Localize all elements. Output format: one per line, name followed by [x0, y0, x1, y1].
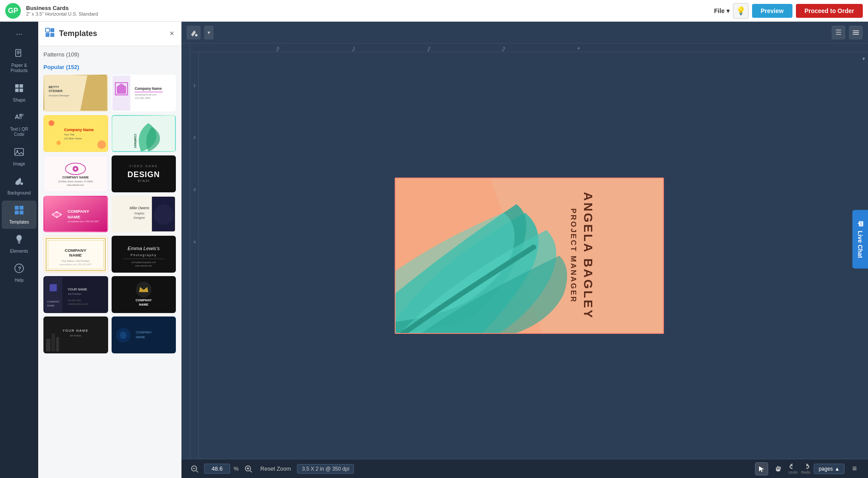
zoom-value-input[interactable]: [204, 464, 230, 474]
svg-rect-5: [20, 84, 23, 88]
svg-text:COMPANY: COMPANY: [65, 248, 86, 253]
svg-text:123-456-7890: 123-456-7890: [68, 300, 81, 302]
pages-button[interactable]: pages ▲: [814, 464, 845, 474]
svg-text:4: 4: [578, 46, 580, 50]
menu-icon-button[interactable]: ☰: [832, 26, 845, 40]
live-chat-label: Live Chat: [857, 231, 864, 258]
proceed-to-order-button[interactable]: Proceed to Order: [796, 4, 863, 18]
svg-rect-20: [18, 241, 20, 242]
svg-rect-112: [853, 30, 859, 31]
svg-text:NAME: NAME: [68, 214, 81, 219]
svg-rect-110: [853, 34, 859, 35]
ruler-corner: [182, 43, 190, 459]
undo-button[interactable]: Undo: [788, 463, 798, 475]
svg-rect-137: [779, 466, 779, 469]
svg-point-68: [153, 204, 173, 224]
ruler-end-marker: ▼: [859, 52, 868, 65]
redo-button[interactable]: Redo: [801, 463, 811, 475]
sidebar-item-paper-products[interactable]: Paper &Products: [2, 44, 36, 78]
shape-icon: [14, 83, 24, 96]
svg-text:COMPANY: COMPANY: [68, 209, 89, 214]
template-card-10[interactable]: Emma Lewis's Photography emma@photograph…: [112, 236, 176, 273]
sidebar-item-image[interactable]: Image: [2, 142, 36, 171]
panel-body: Patterns (109) Popular (152) BETTY STEIN…: [38, 46, 181, 478]
lightbulb-button[interactable]: 💡: [733, 3, 749, 19]
svg-text:2: 2: [428, 46, 430, 50]
hamburger-button[interactable]: ≡: [848, 462, 861, 475]
svg-rect-26: [46, 33, 50, 37]
template-card-14[interactable]: COMPANY NAME: [112, 316, 176, 353]
template-grid: BETTY STEINER Assistant Manager Company …: [43, 75, 176, 353]
svg-rect-27: [50, 33, 54, 37]
template-card-6[interactable]: VIDEO GAME DESIGN BY ALEX: [112, 155, 176, 192]
svg-text:www.website.com: www.website.com: [135, 265, 152, 267]
card-text-container: ANGELA BAGLEY PROJECT MANAGER: [569, 192, 595, 320]
svg-rect-18: [15, 211, 19, 214]
svg-text:Your Title: Your Title: [64, 133, 74, 135]
svg-point-43: [97, 140, 106, 149]
template-card-12[interactable]: COMPANY NAME: [112, 276, 176, 313]
template-card-8[interactable]: Mike Owens Graphic Designer: [112, 196, 176, 233]
zoom-out-button[interactable]: [188, 463, 201, 475]
sidebar-item-shape[interactable]: Shape: [2, 79, 36, 107]
template-card-9[interactable]: COMPANY NAME Your Name | Job Position ww…: [43, 236, 108, 273]
reset-zoom-button[interactable]: Reset Zoom: [258, 465, 294, 473]
layers-button[interactable]: [849, 26, 863, 40]
svg-point-109: [195, 34, 198, 36]
svg-text:DESIGN: DESIGN: [127, 170, 160, 179]
svg-text:email@company.com: email@company.com: [68, 303, 88, 306]
svg-text:Assistant Manager: Assistant Manager: [49, 94, 69, 97]
svg-text:NAME: NAME: [69, 253, 82, 258]
template-card-11[interactable]: COMPANY NAME YOUR NAME Job Position 123-…: [43, 276, 108, 313]
business-card-canvas[interactable]: ANGELA BAGLEY PROJECT MANAGER: [395, 178, 664, 334]
svg-text:Job Position: Job Position: [69, 335, 81, 337]
svg-rect-4: [15, 84, 19, 88]
template-card-1[interactable]: BETTY STEINER Assistant Manager: [43, 75, 108, 112]
svg-rect-0: [16, 49, 21, 56]
app-logo: GP: [5, 3, 21, 19]
hand-tool-button[interactable]: [772, 462, 785, 475]
svg-rect-10: [20, 117, 21, 119]
panel-title: Templates: [59, 29, 169, 38]
panel-close-button[interactable]: ×: [169, 29, 174, 38]
svg-rect-87: [50, 284, 57, 292]
template-card-5[interactable]: COMPANY NAME 123 Main Street, Anytown, S…: [43, 155, 108, 192]
templates-panel: Templates × Patterns (109) Popular (152)…: [38, 22, 182, 478]
canvas-dropdown-button[interactable]: ▾: [204, 26, 214, 40]
doc-subtitle: 2" x 3.5" Horizontal U.S. Standard: [26, 11, 711, 16]
svg-text:Your Name | Job Position: Your Name | Job Position: [61, 260, 89, 262]
sidebar-item-elements[interactable]: Elements: [2, 230, 36, 258]
doc-info: Business Cards 2" x 3.5" Horizontal U.S.…: [26, 5, 711, 16]
svg-rect-6: [15, 89, 19, 92]
svg-text:STEINER: STEINER: [49, 89, 63, 93]
svg-rect-3: [17, 53, 19, 54]
svg-rect-99: [46, 339, 50, 352]
zoom-in-button[interactable]: [242, 463, 254, 475]
live-chat-tab[interactable]: Live Chat: [852, 210, 868, 268]
logo-text: GP: [8, 7, 18, 15]
sidebar-item-help[interactable]: ? Help: [2, 259, 36, 287]
ruler-vertical: 1 2 3 4: [190, 52, 199, 459]
template-card-3[interactable]: Company Name Your Title 123 Main Street: [43, 115, 108, 152]
svg-text:www.website.com: www.website.com: [67, 184, 84, 186]
template-card-13[interactable]: YOUR NAME Job Position: [43, 316, 108, 353]
template-card-7[interactable]: COMPANY NAME yourwebsite.com • 555-123-4…: [43, 196, 108, 233]
sidebar-item-templates[interactable]: Templates: [2, 201, 36, 229]
svg-text:sample@email.com: sample@email.com: [135, 93, 157, 96]
sidebar-item-text-qr[interactable]: A Text | QRCode: [2, 108, 36, 142]
svg-point-54: [74, 168, 76, 170]
select-tool-button[interactable]: [755, 462, 768, 475]
lightbulb-icon: 💡: [736, 6, 746, 16]
template-card-4[interactable]: COMPANY NAME: [112, 115, 176, 152]
file-menu-button[interactable]: File ▾: [711, 6, 733, 16]
svg-marker-135: [759, 466, 764, 472]
sidebar-item-background[interactable]: Background: [2, 171, 36, 200]
templates-label: Templates: [9, 220, 29, 224]
dots-icon: ···: [16, 30, 22, 39]
canvas-toolbar-right: ☰: [832, 26, 863, 40]
pages-label: pages: [818, 466, 833, 472]
paint-bucket-button[interactable]: [187, 26, 201, 40]
patterns-label: Patterns (109): [43, 51, 176, 58]
preview-button[interactable]: Preview: [752, 4, 792, 18]
template-card-2[interactable]: Company Name sample@email.com 123-456-78…: [112, 75, 176, 112]
